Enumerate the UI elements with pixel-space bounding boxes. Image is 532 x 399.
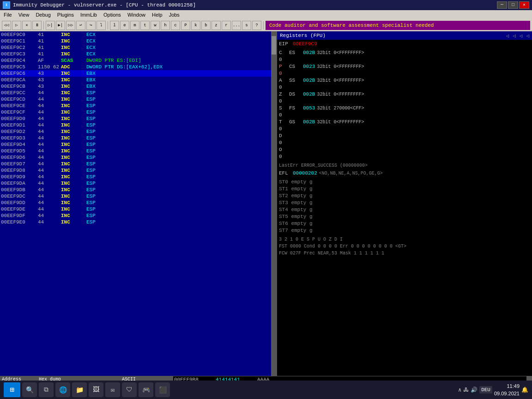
toolbar-btn-k[interactable]: k	[191, 21, 200, 30]
toolbar-btn-r[interactable]: r	[222, 21, 231, 30]
sound-icon[interactable]: 🔊	[471, 387, 478, 393]
disasm-row[interactable]: 00EEF9CE 44 INC ESP	[0, 103, 277, 109]
disasm-bytes: 43	[38, 83, 61, 90]
disasm-row[interactable]: 00EEF9DA 44 INC ESP	[0, 180, 277, 187]
disasm-ops: ESP	[86, 212, 276, 219]
toolbar-btn-c[interactable]: c	[171, 21, 180, 30]
disasm-row[interactable]: 00EEF9C1 41 INC ECX	[0, 38, 277, 44]
disasm-row[interactable]: 00EEF9D0 44 INC ESP	[0, 115, 277, 122]
efl-value[interactable]: 00000202	[293, 170, 317, 177]
toolbar-btn-m[interactable]: m	[130, 21, 139, 30]
taskbar-search[interactable]: 🔍	[22, 382, 37, 397]
disasm-addr: 00EEF9D6	[1, 154, 38, 161]
disasm-row[interactable]: 00EEF9DE 44 INC ESP	[0, 206, 277, 212]
taskbar-terminal[interactable]: ⬛	[155, 382, 170, 397]
toolbar-btn-pause[interactable]: ⏸	[32, 21, 42, 30]
menu-file[interactable]: File	[1, 12, 15, 18]
disasm-row[interactable]: 00EEF9D2 44 INC ESP	[0, 128, 277, 135]
disasm-row[interactable]: 00EEF9D4 44 INC ESP	[0, 141, 277, 148]
disasm-row[interactable]: 00EEF9C4 AF SCAS DWORD PTR ES:[EDI]	[0, 57, 277, 64]
start-button[interactable]: ⊞	[4, 382, 20, 397]
disasm-scrollbar[interactable]	[271, 31, 277, 376]
taskbar-explorer[interactable]: 📁	[72, 382, 87, 397]
nav-arrow-3[interactable]: ◁	[520, 33, 523, 39]
disasm-row[interactable]: 00EEF9DC 44 INC ESP	[0, 193, 277, 200]
disasm-ops: ESP	[86, 174, 276, 180]
close-button[interactable]: ✕	[519, 1, 529, 9]
taskbar-photos[interactable]: 🖼	[89, 382, 103, 397]
menu-plugins[interactable]: Plugins	[54, 12, 77, 18]
taskbar-security[interactable]: 🛡	[122, 382, 137, 397]
menu-debug[interactable]: Debug	[33, 12, 53, 18]
menu-options[interactable]: Options	[101, 12, 124, 18]
disasm-row[interactable]: 00EEF9D1 44 INC ESP	[0, 122, 277, 128]
disasm-addr: 00EEF9C1	[1, 38, 38, 44]
toolbar-btn-s[interactable]: s	[242, 21, 251, 30]
toolbar-btn-l[interactable]: l	[110, 21, 119, 30]
disasm-row[interactable]: 00EEF9D9 44 INC ESP	[0, 174, 277, 180]
disasm-row[interactable]: 00EEF9D5 44 INC ESP	[0, 148, 277, 154]
disasm-row[interactable]: 00EEF9D8 44 INC ESP	[0, 167, 277, 174]
toolbar-btn-t[interactable]: t	[140, 21, 150, 30]
disasm-row[interactable]: 00EEF9E0 44 INC ESP	[0, 219, 277, 225]
toolbar-btn-z[interactable]: z	[212, 21, 221, 30]
disasm-ops: EBX	[86, 70, 276, 77]
language-indicator[interactable]: DEU	[479, 386, 492, 393]
toolbar-btn-run[interactable]: ▷	[12, 21, 21, 30]
taskbar-taskview[interactable]: ⧉	[39, 382, 54, 397]
disasm-row[interactable]: 00EEF9D3 44 INC ESP	[0, 135, 277, 141]
menu-immlib[interactable]: ImmLib	[78, 12, 100, 18]
disasm-row[interactable]: 00EEF9C6 43 INC EBX	[0, 70, 277, 77]
disasm-bytes: 44	[38, 122, 61, 128]
disasm-row[interactable]: 00EEF9DF 44 INC ESP	[0, 212, 277, 219]
minimize-button[interactable]: ─	[497, 1, 507, 9]
disasm-mnem: INC	[61, 103, 86, 109]
disasm-row[interactable]: 00EEF9C0 41 INC ECX	[0, 31, 277, 38]
disasm-mnem: INC	[61, 167, 86, 174]
toolbar-btn-trace[interactable]: ▷▷	[66, 21, 75, 30]
network-icon[interactable]: 🖧	[463, 387, 469, 393]
eip-value[interactable]: 00EEF9C9	[293, 41, 317, 48]
toolbar-btn-b[interactable]: b	[201, 21, 211, 30]
toolbar-btn-fwd[interactable]: ↪	[86, 21, 96, 30]
toolbar-btn-exec[interactable]: ⤵	[97, 21, 106, 30]
nav-arrow-4[interactable]: ◁	[526, 33, 529, 39]
notification-icon[interactable]: 🔔	[521, 387, 528, 393]
menu-help[interactable]: Help	[149, 12, 165, 18]
disasm-row[interactable]: 00EEF9C2 41 INC ECX	[0, 44, 277, 51]
toolbar-btn-back[interactable]: ↩	[76, 21, 85, 30]
taskbar-game[interactable]: 🎮	[139, 382, 153, 397]
taskbar-mail[interactable]: ✉	[105, 382, 120, 397]
toolbar-btn-P[interactable]: P	[181, 21, 190, 30]
disasm-row[interactable]: 00EEF9C5 1150 62 ADC DWORD PTR DS:[EAX+6…	[0, 64, 277, 70]
disasm-row[interactable]: 00EEF9CF 44 INC ESP	[0, 109, 277, 115]
toolbar-btn-w[interactable]: w	[151, 21, 160, 30]
disasm-row[interactable]: 00EEF9CB 43 INC EBX	[0, 83, 277, 90]
menu-jobs[interactable]: Jobs	[166, 12, 182, 18]
disasm-row[interactable]: 00EEF9DB 44 INC ESP	[0, 187, 277, 193]
disasm-row[interactable]: 00EEF9CD 44 INC ESP	[0, 96, 277, 103]
disasm-row[interactable]: 00EEF9CA 43 INC EBX	[0, 77, 277, 83]
toolbar-btn-dots[interactable]: ...	[232, 21, 241, 30]
toolbar-btn-stop[interactable]: ✕	[22, 21, 31, 30]
toolbar-btn-stepover[interactable]: ▶|	[56, 21, 65, 30]
disasm-row[interactable]: 00EEF9C3 41 INC ECX	[0, 51, 277, 57]
disasm-ops: ESP	[86, 90, 276, 96]
nav-arrow-2[interactable]: ◁	[513, 33, 516, 39]
toolbar-btn-stepin[interactable]: ▷|	[46, 21, 55, 30]
disasm-row[interactable]: 00EEF9DD 44 INC ESP	[0, 200, 277, 206]
toolbar-btn-h[interactable]: h	[161, 21, 170, 30]
toolbar-btn-help[interactable]: ?	[252, 21, 261, 30]
taskbar-edge[interactable]: 🌐	[55, 382, 70, 397]
menu-view[interactable]: View	[16, 12, 32, 18]
chevron-icon[interactable]: ∧	[458, 387, 461, 393]
disasm-row[interactable]: 00EEF9D6 44 INC ESP	[0, 154, 277, 161]
maximize-button[interactable]: □	[508, 1, 518, 9]
toolbar-btn-e[interactable]: e	[120, 21, 129, 30]
menu-window[interactable]: Window	[125, 12, 148, 18]
toolbar-btn-restart[interactable]: ◁◁	[2, 21, 11, 30]
disasm-row[interactable]: 00EEF9D7 44 INC ESP	[0, 161, 277, 167]
nav-arrow-1[interactable]: ◁	[506, 33, 509, 39]
disasm-panel[interactable]: 00EEF9C0 41 INC ECX 00EEF9C1 41 INC ECX …	[0, 31, 277, 376]
disasm-row[interactable]: 00EEF9CC 44 INC ESP	[0, 90, 277, 96]
